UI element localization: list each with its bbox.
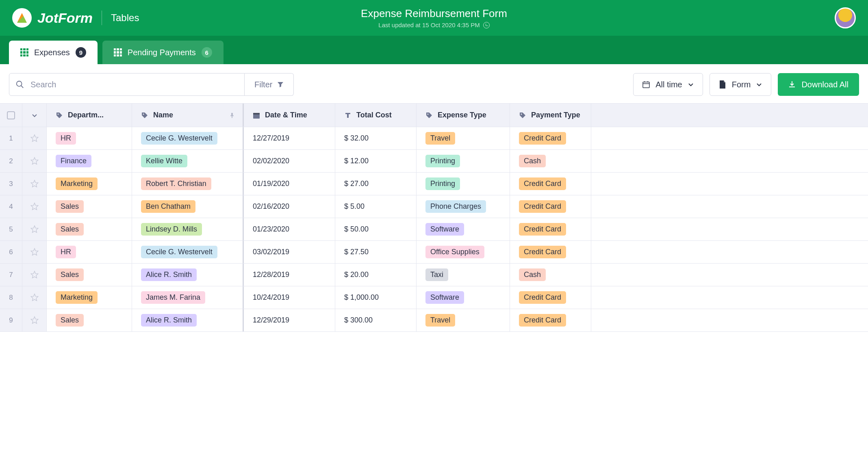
star-icon [30, 202, 39, 211]
table-row[interactable]: 4 Sales Ben Chatham 02/16/2020 $ 5.00 Ph… [0, 195, 868, 218]
cell-date[interactable]: 12/29/2019 [244, 309, 335, 331]
cell-date[interactable]: 12/28/2019 [244, 264, 335, 286]
cell-name[interactable]: Robert T. Christian [132, 173, 244, 195]
cell-payment-type[interactable]: Credit Card [510, 241, 591, 263]
star-icon [30, 248, 39, 257]
star-icon [30, 293, 39, 302]
cell-name[interactable]: Ben Chatham [132, 195, 244, 218]
cell-expense-type[interactable]: Software [417, 286, 510, 309]
table-row[interactable]: 9 Sales Alice R. Smith 12/29/2019 $ 300.… [0, 309, 868, 332]
cell-cost[interactable]: $ 50.00 [335, 218, 417, 240]
cell-department[interactable]: Finance [47, 150, 132, 172]
cell-payment-type[interactable]: Cash [510, 264, 591, 286]
cell-cost[interactable]: $ 20.00 [335, 264, 417, 286]
toolbar: Filter All time Form Download All [0, 64, 868, 103]
chevron-down-icon [688, 82, 694, 87]
cell-cost[interactable]: $ 32.00 [335, 127, 417, 149]
star-toggle[interactable] [22, 127, 47, 149]
search-input[interactable] [9, 73, 245, 96]
table-row[interactable]: 5 Sales Lindsey D. Mills 01/23/2020 $ 50… [0, 218, 868, 241]
cell-payment-type[interactable]: Credit Card [510, 309, 591, 331]
cell-name[interactable]: Cecile G. Westervelt [132, 127, 244, 149]
star-toggle[interactable] [22, 286, 47, 309]
cell-payment-type[interactable]: Credit Card [510, 195, 591, 218]
star-toggle[interactable] [22, 173, 47, 195]
download-all-button[interactable]: Download All [778, 73, 859, 96]
col-name[interactable]: Name [132, 104, 244, 127]
tab-pending-payments[interactable]: Pending Payments 6 [102, 41, 224, 64]
col-cost[interactable]: Total Cost [335, 104, 417, 127]
star-toggle[interactable] [22, 195, 47, 218]
cell-cost[interactable]: $ 300.00 [335, 309, 417, 331]
cell-payment-type[interactable]: Credit Card [510, 173, 591, 195]
col-label: Total Cost [356, 111, 392, 119]
cell-expense-type[interactable]: Travel [417, 309, 510, 331]
cell-payment-type[interactable]: Credit Card [510, 218, 591, 240]
cell-expense-type[interactable]: Printing [417, 150, 510, 172]
cell-name[interactable]: James M. Farina [132, 286, 244, 309]
time-filter-button[interactable]: All time [633, 73, 703, 96]
col-payment-type[interactable]: Payment Type [510, 104, 591, 127]
cell-department[interactable]: HR [47, 241, 132, 263]
col-date[interactable]: Date & Time [244, 104, 335, 127]
table-row[interactable]: 8 Marketing James M. Farina 10/24/2019 $… [0, 286, 868, 309]
row-number: 8 [0, 286, 22, 309]
star-toggle[interactable] [22, 218, 47, 240]
table-row[interactable]: 1 HR Cecile G. Westervelt 12/27/2019 $ 3… [0, 127, 868, 150]
cell-date[interactable]: 02/16/2020 [244, 195, 335, 218]
star-toggle[interactable] [22, 264, 47, 286]
col-department[interactable]: Departm... [47, 104, 132, 127]
table-row[interactable]: 2 Finance Kellie Witte 02/02/2020 $ 12.0… [0, 150, 868, 173]
avatar[interactable] [835, 7, 856, 28]
cell-date[interactable]: 10/24/2019 [244, 286, 335, 309]
cell-payment-type[interactable]: Credit Card [510, 286, 591, 309]
cell-cost[interactable]: $ 12.00 [335, 150, 417, 172]
cell-name[interactable]: Kellie Witte [132, 150, 244, 172]
cell-name[interactable]: Alice R. Smith [132, 309, 244, 331]
cell-cost[interactable]: $ 27.50 [335, 241, 417, 263]
star-toggle[interactable] [22, 150, 47, 172]
cell-name[interactable]: Lindsey D. Mills [132, 218, 244, 240]
cell-date[interactable]: 01/23/2020 [244, 218, 335, 240]
time-label: All time [655, 80, 682, 89]
cell-date[interactable]: 12/27/2019 [244, 127, 335, 149]
table-row[interactable]: 7 Sales Alice R. Smith 12/28/2019 $ 20.0… [0, 264, 868, 286]
cell-date[interactable]: 01/19/2020 [244, 173, 335, 195]
cell-payment-type[interactable]: Credit Card [510, 127, 591, 149]
star-toggle[interactable] [22, 309, 47, 331]
cell-department[interactable]: Marketing [47, 173, 132, 195]
cell-name[interactable]: Alice R. Smith [132, 264, 244, 286]
cell-department[interactable]: Sales [47, 218, 132, 240]
table-row[interactable]: 3 Marketing Robert T. Christian 01/19/20… [0, 173, 868, 195]
select-all-cell[interactable] [0, 104, 22, 127]
col-expense-type[interactable]: Expense Type [417, 104, 510, 127]
cell-department[interactable]: Sales [47, 264, 132, 286]
cell-payment-type[interactable]: Cash [510, 150, 591, 172]
expand-toggle[interactable] [22, 104, 47, 127]
form-button[interactable]: Form [710, 73, 772, 96]
funnel-icon [277, 81, 284, 88]
cell-date[interactable]: 03/02/2019 [244, 241, 335, 263]
cell-expense-type[interactable]: Office Supplies [417, 241, 510, 263]
cell-department[interactable]: Sales [47, 309, 132, 331]
tab-expenses[interactable]: Expenses 9 [9, 41, 98, 64]
cell-name[interactable]: Cecile G. Westervelt [132, 241, 244, 263]
filter-button[interactable]: Filter [245, 73, 294, 96]
star-icon [30, 270, 39, 279]
cell-expense-type[interactable]: Software [417, 218, 510, 240]
logo[interactable]: JotForm [12, 8, 93, 28]
star-toggle[interactable] [22, 241, 47, 263]
table-row[interactable]: 6 HR Cecile G. Westervelt 03/02/2019 $ 2… [0, 241, 868, 264]
star-icon [30, 180, 39, 188]
cell-cost[interactable]: $ 27.00 [335, 173, 417, 195]
cell-department[interactable]: Marketing [47, 286, 132, 309]
cell-expense-type[interactable]: Travel [417, 127, 510, 149]
cell-cost[interactable]: $ 1,000.00 [335, 286, 417, 309]
cell-department[interactable]: Sales [47, 195, 132, 218]
cell-department[interactable]: HR [47, 127, 132, 149]
cell-expense-type[interactable]: Taxi [417, 264, 510, 286]
cell-date[interactable]: 02/02/2020 [244, 150, 335, 172]
cell-cost[interactable]: $ 5.00 [335, 195, 417, 218]
cell-expense-type[interactable]: Phone Charges [417, 195, 510, 218]
cell-expense-type[interactable]: Printing [417, 173, 510, 195]
